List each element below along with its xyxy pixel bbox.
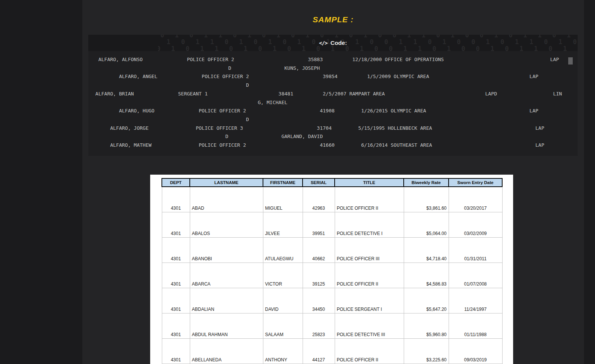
column-header: LASTNAME: [190, 178, 263, 187]
content-column: SAMPLE : 0 1 0 1 1 0 1 0 1 0 1 0 1 0 1 0…: [82, 0, 584, 364]
table-cell: MIGUEL: [263, 187, 303, 212]
table-cell: 03/02/2009: [449, 212, 502, 238]
page: SAMPLE : 0 1 0 1 1 0 1 0 1 0 1 0 1 0 1 0…: [0, 0, 595, 364]
column-header: FIRSTNAME: [263, 178, 303, 187]
table-cell: 34450: [303, 288, 335, 313]
table-cell: $4,718.40: [404, 238, 449, 263]
code-block: ALFARO, ALFONSO POLICE OFFICER 2 35883 1…: [88, 51, 578, 156]
table-cell: ANTHONY: [263, 339, 303, 364]
table-cell: ABAD: [190, 187, 263, 212]
table-cell: 4301: [162, 288, 190, 313]
table-cell: 4301: [162, 263, 190, 288]
table-cell: 01/11/1988: [449, 313, 502, 339]
table-cell: 4301: [162, 238, 190, 263]
table-cell: 39951: [303, 212, 335, 238]
table-cell: 11/24/1997: [449, 288, 502, 313]
sample-heading: SAMPLE :: [82, 15, 584, 24]
code-panel-title: </> Code:: [88, 35, 578, 51]
table-header-row: DEPTLASTNAMEFIRSTNAMESERIALTITLEBiweekly…: [162, 178, 502, 187]
table-cell: ABDUL RAHMAN: [190, 313, 263, 339]
column-header: SERIAL: [303, 178, 335, 187]
table-cell: 4301: [162, 212, 190, 238]
roster-table: DEPTLASTNAMEFIRSTNAMESERIALTITLEBiweekly…: [161, 178, 503, 364]
table-cell: 40662: [303, 238, 335, 263]
table-row: 4301ABDALIANDAVID34450POLICE SERGEANT I$…: [162, 288, 502, 313]
table-cell: 4301: [162, 339, 190, 364]
code-panel: 0 1 0 1 1 0 1 0 1 0 1 0 1 0 1 0 0 1 1 0 …: [88, 35, 578, 156]
table-cell: 01/31/2011: [449, 238, 502, 263]
spreadsheet-image: DEPTLASTNAMEFIRSTNAMESERIALTITLEBiweekly…: [150, 175, 513, 364]
vertical-scrollbar-thumb[interactable]: [568, 57, 573, 65]
table-cell: ABELLANEDA: [190, 339, 263, 364]
code-panel-header: 0 1 0 1 1 0 1 0 1 0 1 0 1 0 1 0 0 1 1 0 …: [88, 35, 578, 51]
table-cell: 4301: [162, 313, 190, 339]
table-cell: $5,960.80: [404, 313, 449, 339]
table-cell: $4,586.83: [404, 263, 449, 288]
table-cell: DAVID: [263, 288, 303, 313]
table-cell: $3,225.60: [404, 339, 449, 364]
table-cell: $5,647.20: [404, 288, 449, 313]
table-cell: $3,861.60: [404, 187, 449, 212]
column-header: Biweekly Rate: [404, 178, 449, 187]
table-cell: ABARCA: [190, 263, 263, 288]
table-row: 4301ABALOSJILVEE39951POLICE DETECTIVE I$…: [162, 212, 502, 238]
table-cell: POLICE SERGEANT I: [335, 288, 404, 313]
table-row: 4301ABARCAVICTOR39125POLICE OFFICER II$4…: [162, 263, 502, 288]
table-cell: ABDALIAN: [190, 288, 263, 313]
table-cell: SALAAM: [263, 313, 303, 339]
table-cell: POLICE OFFICER II: [335, 263, 404, 288]
code-icon: </>: [319, 40, 327, 46]
table-cell: ABALOS: [190, 212, 263, 238]
table-cell: 01/07/2008: [449, 263, 502, 288]
table-cell: 42963: [303, 187, 335, 212]
table-row: 4301ABANOBIATULAEGWU40662POLICE OFFICER …: [162, 238, 502, 263]
table-cell: POLICE DETECTIVE I: [335, 212, 404, 238]
table-cell: POLICE OFFICER II: [335, 187, 404, 212]
table-cell: ABANOBI: [190, 238, 263, 263]
table-cell: ATULAEGWU: [263, 238, 303, 263]
table-cell: VICTOR: [263, 263, 303, 288]
column-header: Sworn Entry Date: [449, 178, 502, 187]
column-header: DEPT: [162, 178, 190, 187]
table-cell: POLICE OFFICER III: [335, 238, 404, 263]
table-row: 4301ABELLANEDAANTHONY44127POLICE OFFICER…: [162, 339, 502, 364]
table-row: 4301ABDUL RAHMANSALAAM25823POLICE DETECT…: [162, 313, 502, 339]
table-cell: JILVEE: [263, 212, 303, 238]
table-cell: 09/03/2019: [449, 339, 502, 364]
column-header: TITLE: [335, 178, 404, 187]
table-cell: 44127: [303, 339, 335, 364]
table-row: 4301ABADMIGUEL42963POLICE OFFICER II$3,8…: [162, 187, 502, 212]
table-cell: 39125: [303, 263, 335, 288]
table-cell: $5,064.00: [404, 212, 449, 238]
table-cell: 4301: [162, 187, 190, 212]
code-panel-label: Code:: [331, 40, 347, 46]
code-text: ALFARO, ALFONSO POLICE OFFICER 2 35883 1…: [88, 51, 578, 150]
table-cell: 03/20/2017: [449, 187, 502, 212]
table-cell: 25823: [303, 313, 335, 339]
table-cell: POLICE OFFICER II: [335, 339, 404, 364]
table-cell: POLICE DETECTIVE III: [335, 313, 404, 339]
